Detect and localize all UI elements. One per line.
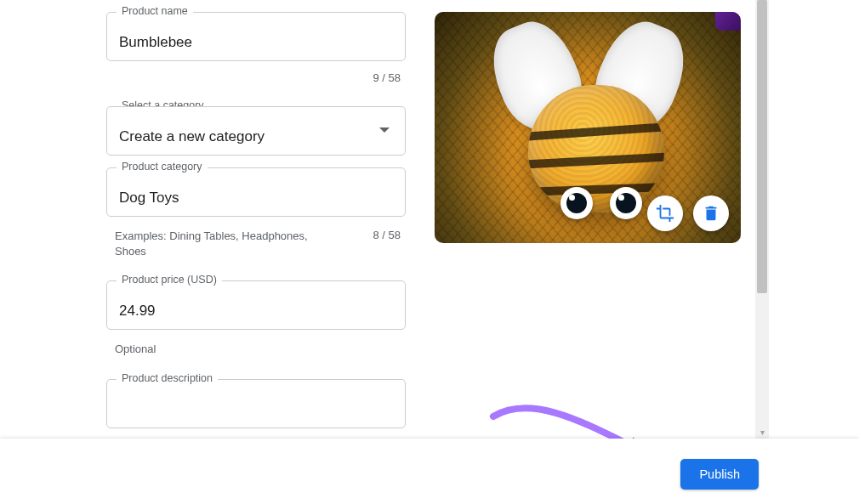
crop-icon: [656, 204, 674, 223]
chevron-down-icon: [379, 127, 390, 133]
product-price-helper: Optional: [106, 337, 406, 357]
scrollable-content: Product name Bumblebee 9 / 58 Select a c…: [0, 0, 764, 439]
scrollbar-down-icon[interactable]: ▾: [755, 425, 769, 439]
product-name-label: Product name: [117, 5, 193, 17]
footer-bar: Publish: [0, 439, 859, 504]
product-category-input[interactable]: Dog Toys: [106, 167, 406, 217]
crop-button[interactable]: [647, 195, 683, 231]
category-select[interactable]: Create a new category: [106, 106, 406, 156]
product-price-input[interactable]: 24.99: [106, 280, 406, 330]
scrollbar[interactable]: ▴ ▾: [755, 0, 769, 439]
publish-button[interactable]: Publish: [680, 459, 759, 490]
product-price-label: Product price (USD): [117, 274, 222, 286]
bee-body: [528, 85, 664, 212]
product-category-counter: 8 / 58: [373, 229, 401, 258]
image-corner-decoration: [715, 12, 741, 31]
product-name-input[interactable]: Bumblebee: [106, 12, 406, 61]
bee-eye-left: [560, 187, 593, 219]
product-category-label: Product category: [117, 161, 208, 173]
product-name-counter: 9 / 58: [106, 68, 406, 84]
product-description-input[interactable]: [106, 379, 406, 428]
product-description-label: Product description: [117, 372, 218, 384]
form-column: Product name Bumblebee 9 / 58 Select a c…: [106, 12, 406, 435]
bee-eye-right: [610, 187, 642, 219]
product-category-helper: Examples: Dining Tables, Headphones, Sho…: [115, 229, 319, 258]
scrollbar-thumb[interactable]: [757, 0, 767, 293]
product-image: [435, 12, 741, 243]
category-select-value: Create a new category: [119, 128, 265, 145]
delete-button[interactable]: [693, 195, 729, 231]
trash-icon: [702, 204, 720, 223]
